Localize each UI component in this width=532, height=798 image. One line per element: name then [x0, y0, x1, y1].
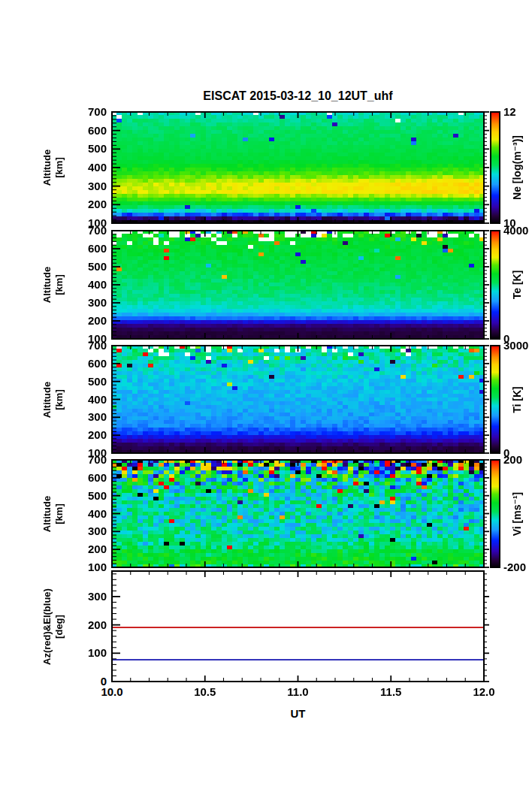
- y-tick-label: 700: [72, 106, 107, 118]
- x-tick-label: 10.0: [89, 685, 135, 698]
- colorbar-title-Vi: Vi [ms⁻¹]: [483, 480, 532, 548]
- colorbar-tick-label: 200: [503, 454, 522, 466]
- colorbar-tick-label: -200: [503, 561, 526, 573]
- y-tick-label: 700: [72, 340, 107, 352]
- y-axis-title-AzEl: Az(red)&El(blue) [deg]: [20, 593, 87, 660]
- axis-frame-Vi: [111, 459, 485, 568]
- colorbar-title-Ti: Ti [K]: [483, 366, 532, 434]
- colorbar-title-Te: Te [K]: [483, 251, 532, 319]
- y-axis-title-Ne: Altitude [km]: [20, 134, 87, 201]
- x-tick-label: 11.0: [276, 685, 321, 698]
- y-tick-label: 700: [72, 454, 107, 466]
- figure-title: EISCAT 2015-03-12_10_12UT_uhf: [111, 89, 485, 103]
- y-axis-title-Ti: Altitude [km]: [20, 366, 87, 434]
- axis-frame-Te: [111, 230, 485, 340]
- y-axis-title-Te: Altitude [km]: [20, 251, 87, 319]
- y-tick-label: 100: [72, 561, 107, 573]
- eiscat-radar-figure: EISCAT 2015-03-12_10_12UT_uhf UT 1210Ne …: [0, 0, 532, 798]
- x-axis-title: UT: [111, 707, 485, 720]
- x-tick-label: 10.5: [183, 685, 228, 698]
- axis-frame-Ti: [111, 345, 485, 454]
- colorbar-tick-label: 3000: [503, 340, 528, 352]
- y-tick-label: 700: [72, 225, 107, 237]
- axis-frame-Ne: [111, 111, 485, 224]
- colorbar-tick-label: 4000: [503, 225, 528, 237]
- x-tick-label: 11.5: [368, 685, 413, 698]
- axis-frame-AzEl: [111, 570, 485, 682]
- colorbar-title-Ne: Ne [log(m⁻³)]: [483, 134, 532, 201]
- colorbar-tick-label: 12: [503, 106, 516, 118]
- x-tick-label: 12.0: [461, 685, 506, 698]
- y-axis-title-Vi: Altitude [km]: [20, 480, 87, 548]
